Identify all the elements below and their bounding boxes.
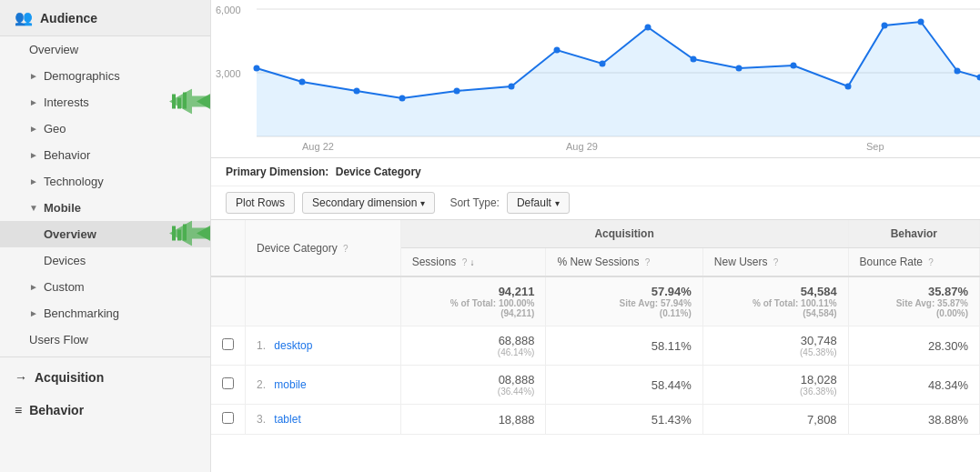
svg-text:Aug 22: Aug 22 [302,141,334,152]
svg-point-23 [509,84,515,90]
device-link[interactable]: tablet [274,413,300,426]
sessions-value: 18,888 [412,413,535,427]
row-device: 3. tablet [246,405,401,435]
row-checkbox[interactable] [222,412,234,424]
bounce-rate-value: 48.34% [860,378,968,392]
sidebar-item-overview[interactable]: Overview [0,36,210,63]
sort-type-dropdown[interactable]: Default [507,192,570,214]
table-row: 1. desktop 68,888 (46.14%) 58.11% 30,748… [211,326,980,366]
th-checkbox [211,220,246,276]
sidebar-item-users-flow[interactable]: Users Flow [0,326,210,353]
chevron-right-icon: ► [29,124,38,134]
divider [0,357,210,357]
new-sessions-help-icon[interactable]: ? [645,257,651,267]
sidebar-item-mobile[interactable]: ▼ Mobile [0,195,210,221]
sidebar-item-geo[interactable]: ► Geo [0,115,210,142]
th-behavior-group: Behavior [848,220,979,248]
new-users-sub: (45.38%) [714,347,837,357]
green-arrow-icon [169,88,211,116]
svg-rect-9 [183,224,187,240]
svg-point-31 [882,23,888,29]
new-users-help-icon[interactable]: ? [773,257,779,267]
new-users-value: 30,748 [714,334,837,347]
new-users-sub: (36.38%) [714,387,837,397]
svg-point-25 [600,61,606,67]
sidebar-item-demographics[interactable]: ► Demographics [0,63,210,89]
sidebar-item-label: Interests [44,95,89,109]
row-device: 1. desktop [246,326,401,366]
row-device: 2. mobile [246,366,401,405]
sidebar-item-benchmarking[interactable]: ► Benchmarking [0,300,210,326]
row-new-users: 7,808 [702,405,848,435]
svg-point-24 [554,47,561,54]
sidebar: 👥 Audience Overview ► Demographics ► Int… [0,0,211,472]
sidebar-item-label: Overview [44,227,96,241]
chevron-right-icon: ► [29,71,38,81]
svg-point-30 [845,84,852,90]
totals-empty-2 [246,276,401,326]
row-number: 3. [257,413,266,426]
primary-dimension-label: Primary Dimension: [226,166,328,178]
sessions-value: 08,888 [412,373,535,387]
sidebar-item-label: Technology [44,175,104,188]
table-body: 1. desktop 68,888 (46.14%) 58.11% 30,748… [211,326,980,435]
sidebar-item-label: Custom [44,280,85,294]
table-row: 3. tablet 18,888 51.43% 7,808 38.88% [211,405,980,435]
new-users-value: 7,808 [714,413,837,427]
sidebar-item-behavior[interactable]: ► Behavior [0,142,210,168]
green-arrow-icon2 [169,220,211,248]
bounce-rate-help-icon[interactable]: ? [928,257,934,267]
sidebar-item-label: Users Flow [29,333,88,346]
row-new-users: 30,748 (45.38%) [702,326,848,366]
row-checkbox-cell [211,405,246,435]
primary-dimension-bar: Primary Dimension: Device Category [211,158,980,186]
row-checkbox[interactable] [222,377,234,389]
sidebar-item-label: Overview [29,43,78,56]
sidebar-item-custom[interactable]: ► Custom [0,274,210,300]
new-sessions-value: 58.44% [557,378,691,392]
sidebar-item-acquisition[interactable]: → Acquisition [0,361,210,394]
row-new-sessions: 58.44% [546,366,702,405]
chevron-right-icon: ► [29,308,38,318]
sidebar-item-mobile-overview[interactable]: Overview [0,221,210,247]
sessions-help-icon[interactable]: ? [462,257,468,267]
th-new-sessions: % New Sessions ? [546,248,702,277]
th-sessions: Sessions ? ↓ [400,248,546,277]
row-new-sessions: 51.43% [546,405,702,435]
new-users-value: 18,028 [714,373,837,387]
svg-point-27 [691,56,697,63]
totals-row: 94,211 % of Total: 100.00% (94,211) 57.9… [211,276,980,326]
th-new-users: New Users ? [702,248,848,277]
row-checkbox[interactable] [222,338,234,350]
sidebar-item-behavior-bottom[interactable]: ≡ Behavior [0,394,210,427]
svg-point-22 [454,88,460,95]
primary-dimension-value: Device Category [336,166,421,178]
th-bounce-rate: Bounce Rate ? [848,248,979,277]
sidebar-item-label: Benchmarking [44,306,119,320]
sessions-sub: (46.14%) [412,347,535,357]
new-sessions-value: 58.11% [557,339,691,353]
svg-rect-3 [177,97,181,108]
svg-text:6,000: 6,000 [216,5,241,15]
sidebar-audience-header[interactable]: 👥 Audience [0,0,210,36]
plot-rows-button[interactable]: Plot Rows [226,192,295,214]
sidebar-item-interests[interactable]: ► Interests [0,89,210,115]
sidebar-item-mobile-devices[interactable]: Devices [0,247,210,274]
row-sessions: 18,888 [400,405,546,435]
device-link[interactable]: mobile [274,378,306,391]
device-category-help-icon[interactable]: ? [343,244,349,254]
chevron-right-icon: ► [29,176,38,186]
totals-new-sessions: 57.94% Site Avg: 57.94% (0.11%) [546,276,702,326]
audience-icon: 👥 [15,9,33,26]
sidebar-item-label: Geo [44,122,66,136]
bounce-rate-value: 38.88% [860,413,968,427]
sessions-sort-icon[interactable]: ↓ [470,257,475,267]
svg-point-18 [254,65,260,72]
chevron-down-icon: ▼ [29,203,38,213]
row-bounce-rate: 28.30% [848,326,979,366]
sidebar-item-technology[interactable]: ► Technology [0,168,210,195]
secondary-dimension-dropdown[interactable]: Secondary dimension [302,192,435,214]
row-checkbox-cell [211,326,246,366]
th-device-category: Device Category ? [246,220,401,276]
device-link[interactable]: desktop [274,339,312,352]
